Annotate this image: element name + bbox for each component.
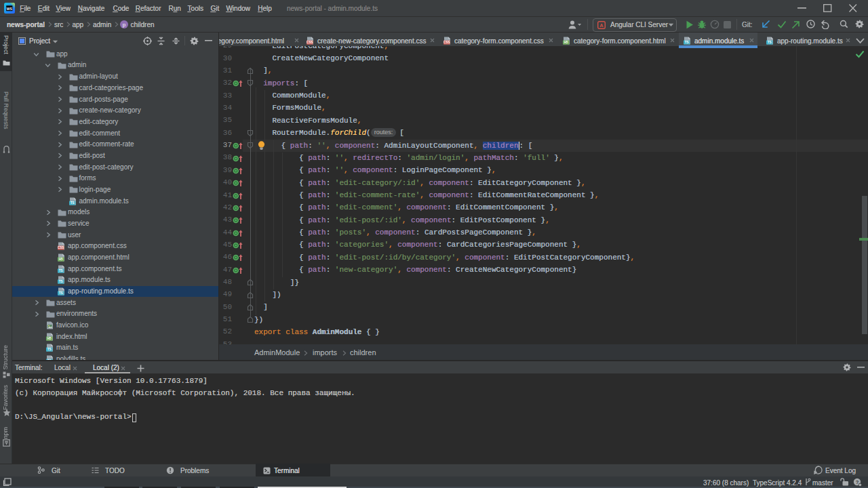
svg-text:CSS: CSS (58, 247, 64, 250)
svg-text:TS: TS (47, 348, 52, 352)
svg-text:TS: TS (685, 41, 689, 44)
svg-text:TS: TS (59, 281, 63, 284)
svg-text:H5: H5 (47, 337, 52, 340)
svg-text:TS: TS (59, 291, 63, 295)
svg-text:TS: TS (59, 269, 63, 272)
svg-text:H5: H5 (59, 258, 63, 261)
svg-text:p: p (123, 22, 126, 28)
svg-text:CSS: CSS (443, 41, 450, 44)
svg-text:WS: WS (7, 7, 13, 11)
svg-text:TS: TS (768, 41, 772, 44)
svg-text:TS: TS (71, 201, 75, 205)
svg-text:A: A (599, 22, 604, 28)
svg-text:CSS: CSS (307, 41, 313, 44)
svg-text:H5: H5 (564, 41, 568, 44)
